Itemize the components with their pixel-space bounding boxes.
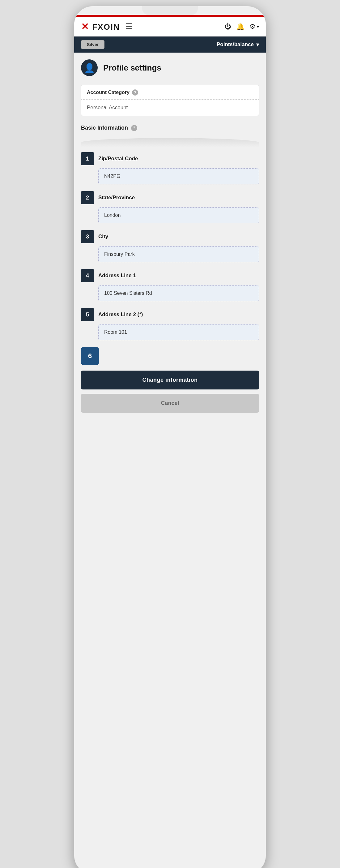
- account-category-help-icon[interactable]: ?: [132, 89, 138, 96]
- field-zip-group: 1 Zip/Postal Code: [81, 152, 259, 184]
- silver-badge: Silver: [81, 40, 104, 49]
- field-address2-header: 5 Address Line 2 (*): [81, 308, 259, 321]
- change-information-button[interactable]: Change information: [81, 371, 259, 390]
- field-address1-header: 4 Address Line 1: [81, 269, 259, 282]
- bottom-spacer: [81, 413, 259, 431]
- logo-text-fxoin: FXOIN: [92, 22, 120, 32]
- logo: ✕ FXOIN: [81, 21, 120, 32]
- header-icons: ⏻ 🔔 ⚙ ▾: [225, 23, 259, 31]
- account-category-label-text: Account Category: [87, 90, 130, 95]
- page-title: Profile settings: [103, 63, 161, 73]
- settings-area[interactable]: ⚙ ▾: [249, 23, 259, 31]
- basic-information-header: Basic Information ?: [81, 125, 259, 131]
- field-state-group: 2 State/Province: [81, 191, 259, 223]
- city-input[interactable]: [98, 246, 259, 262]
- field-city-label: City: [98, 234, 108, 240]
- profile-avatar-icon: 👤: [81, 59, 98, 76]
- field-5-badge: 5: [81, 308, 94, 321]
- power-icon[interactable]: ⏻: [225, 23, 231, 31]
- field-6-badge: 6: [81, 347, 99, 365]
- field-state-label: State/Province: [98, 194, 135, 201]
- state-province-input[interactable]: [98, 207, 259, 223]
- gear-icon: ⚙: [249, 23, 256, 31]
- field-2-badge: 2: [81, 191, 94, 204]
- field-city-header: 3 City: [81, 230, 259, 243]
- address-line-2-input[interactable]: [98, 324, 259, 340]
- phone-shell: ✕ FXOIN ☰ ⏻ 🔔 ⚙ ▾ Silver Points/balance …: [74, 6, 266, 868]
- hamburger-icon[interactable]: ☰: [126, 22, 133, 31]
- field-4-badge: 4: [81, 269, 94, 282]
- main-content: Account Category ? Personal Account Basi…: [74, 82, 266, 440]
- phone-notch: [142, 6, 198, 15]
- field-3-badge: 3: [81, 230, 94, 243]
- zip-postal-code-input[interactable]: [98, 168, 259, 184]
- field-address2-group: 5 Address Line 2 (*): [81, 308, 259, 340]
- basic-information-title: Basic Information: [81, 125, 128, 131]
- field-1-badge: 1: [81, 152, 94, 165]
- field-city-group: 3 City: [81, 230, 259, 262]
- address-line-1-input[interactable]: [98, 285, 259, 301]
- bell-icon[interactable]: 🔔: [236, 23, 244, 31]
- points-balance-label: Points/balance: [217, 41, 254, 48]
- header: ✕ FXOIN ☰ ⏻ 🔔 ⚙ ▾: [74, 17, 266, 36]
- wave-divider: [81, 138, 259, 147]
- basic-information-help-icon[interactable]: ?: [131, 125, 137, 131]
- field-address1-label: Address Line 1: [98, 273, 136, 279]
- account-category-card: Account Category ? Personal Account: [81, 85, 259, 116]
- field-zip-label: Zip/Postal Code: [98, 156, 138, 162]
- points-chevron-icon: ▾: [256, 41, 259, 48]
- field-address1-group: 4 Address Line 1: [81, 269, 259, 301]
- account-category-label-row: Account Category ?: [81, 85, 259, 100]
- field-address2-label: Address Line 2 (*): [98, 311, 143, 318]
- field-state-header: 2 State/Province: [81, 191, 259, 204]
- field-zip-header: 1 Zip/Postal Code: [81, 152, 259, 165]
- points-balance-button[interactable]: Points/balance ▾: [217, 41, 259, 48]
- logo-x-icon: ✕: [81, 21, 89, 32]
- logo-area: ✕ FXOIN ☰: [81, 21, 133, 32]
- chevron-down-icon: ▾: [257, 24, 259, 29]
- account-category-value: Personal Account: [81, 100, 259, 116]
- page-title-bar: 👤 Profile settings: [74, 53, 266, 82]
- cancel-button[interactable]: Cancel: [81, 394, 259, 413]
- points-bar: Silver Points/balance ▾: [74, 36, 266, 53]
